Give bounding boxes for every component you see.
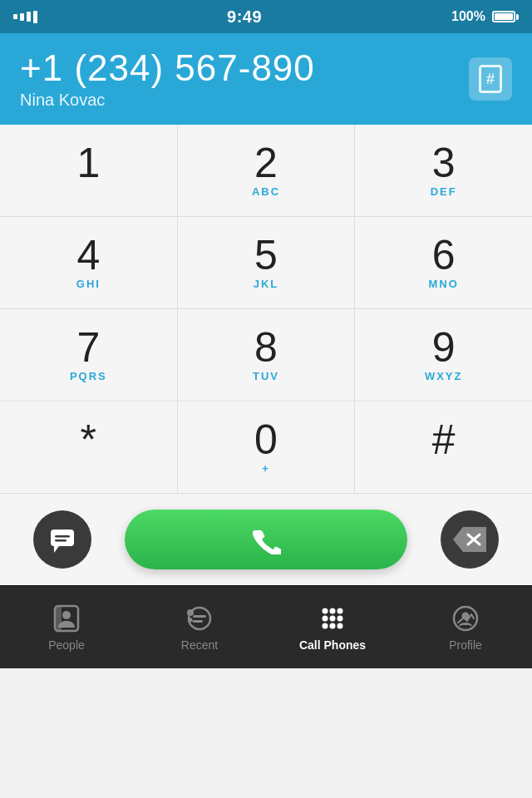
- svg-point-21: [330, 623, 336, 628]
- message-button[interactable]: [33, 510, 91, 569]
- signal-bar-1: [13, 14, 17, 19]
- dial-number-1: 1: [76, 142, 100, 184]
- svg-marker-1: [54, 546, 59, 553]
- svg-point-18: [330, 615, 336, 621]
- svg-rect-9: [55, 606, 62, 631]
- profile-tab-icon: [451, 603, 480, 633]
- dial-key-#[interactable]: #X: [355, 401, 532, 493]
- dial-number-#: #: [432, 419, 456, 461]
- dial-key-*[interactable]: *X: [0, 401, 178, 493]
- dial-key-0[interactable]: 0+: [178, 401, 356, 493]
- tab-people-label: People: [48, 638, 85, 652]
- svg-point-19: [337, 615, 343, 621]
- header: +1 (234) 567-890 Nina Kovac #: [0, 33, 532, 125]
- svg-rect-2: [55, 535, 70, 538]
- battery-indicator: 100%: [451, 9, 519, 24]
- signal-bar-4: [33, 11, 37, 23]
- dial-letters-9: WXYZ: [425, 370, 463, 383]
- call-button[interactable]: [125, 510, 407, 569]
- svg-point-20: [323, 623, 328, 628]
- dial-key-4[interactable]: 4GHI: [0, 217, 178, 308]
- dial-letters-5: JKL: [254, 278, 279, 291]
- phone-number-display: +1 (234) 567-890: [20, 48, 315, 88]
- dial-number-4: 4: [76, 234, 100, 276]
- svg-marker-4: [453, 527, 486, 552]
- svg-rect-0: [51, 530, 74, 546]
- status-time: 9:49: [227, 7, 262, 27]
- signal-bar-3: [27, 12, 31, 22]
- people-tab-icon: [52, 603, 81, 633]
- dial-key-5[interactable]: 5JKL: [178, 217, 356, 308]
- dialpad: 1X2ABC3DEF4GHI5JKL6MNO7PQRS8TUV9WXYZ*X0+…: [0, 125, 532, 494]
- svg-point-13: [187, 609, 194, 616]
- dial-key-1[interactable]: 1X: [0, 125, 178, 216]
- dial-number-3: 3: [432, 142, 456, 184]
- dial-key-7[interactable]: 7PQRS: [0, 309, 178, 401]
- svg-point-8: [62, 611, 71, 619]
- svg-point-22: [337, 623, 343, 628]
- dial-letters-3: DEF: [431, 185, 457, 199]
- tab-bar: People Recent: [0, 585, 532, 668]
- svg-rect-12: [193, 620, 203, 623]
- dial-number-*: *: [81, 419, 96, 461]
- battery-percentage: 100%: [451, 9, 485, 24]
- battery-icon: [492, 11, 519, 22]
- tab-people[interactable]: People: [0, 586, 133, 668]
- dial-key-3[interactable]: 3DEF: [355, 125, 532, 216]
- dial-letters-7: PQRS: [70, 370, 107, 383]
- dialpad-toggle-button[interactable]: #: [469, 57, 512, 101]
- phone-icon: [251, 525, 281, 554]
- tab-callphones-label: Call Phones: [299, 638, 366, 652]
- dial-letters-0: +: [262, 462, 270, 475]
- tab-recent[interactable]: Recent: [133, 586, 266, 668]
- contact-name: Nina Kovac: [20, 91, 315, 110]
- svg-rect-3: [55, 539, 66, 542]
- svg-rect-11: [193, 615, 206, 618]
- dial-number-9: 9: [432, 327, 456, 368]
- delete-icon: [453, 527, 486, 552]
- dial-number-0: 0: [254, 419, 278, 461]
- signal-bar-2: [20, 13, 24, 21]
- delete-button[interactable]: [441, 510, 499, 569]
- dial-key-6[interactable]: 6MNO: [355, 217, 532, 308]
- recent-tab-icon: [185, 603, 214, 633]
- dial-number-8: 8: [254, 327, 278, 368]
- header-info: +1 (234) 567-890 Nina Kovac: [20, 48, 315, 109]
- tab-recent-label: Recent: [181, 638, 218, 652]
- callphones-tab-icon: [318, 603, 347, 633]
- dial-letters-2: ABC: [252, 185, 280, 199]
- hash-icon: #: [486, 71, 495, 88]
- dial-number-7: 7: [76, 327, 100, 368]
- dial-number-2: 2: [254, 142, 278, 184]
- signal-indicator: [13, 11, 37, 23]
- status-bar: 9:49 100%: [0, 0, 532, 33]
- dial-number-6: 6: [432, 234, 456, 276]
- dial-letters-8: TUV: [253, 370, 279, 383]
- dial-key-9[interactable]: 9WXYZ: [355, 309, 532, 401]
- svg-point-17: [323, 615, 328, 621]
- svg-point-16: [337, 608, 343, 613]
- tab-callphones[interactable]: Call Phones: [266, 586, 399, 668]
- dial-letters-6: MNO: [429, 278, 459, 291]
- dial-key-8[interactable]: 8TUV: [178, 309, 356, 401]
- tab-profile-label: Profile: [449, 638, 482, 652]
- message-icon: [47, 525, 77, 554]
- dial-key-2[interactable]: 2ABC: [178, 125, 356, 216]
- dial-letters-4: GHI: [76, 278, 101, 291]
- svg-point-14: [323, 608, 328, 613]
- dialpad-toggle-icon: #: [479, 65, 502, 93]
- tab-profile[interactable]: Profile: [399, 586, 532, 668]
- svg-point-15: [330, 608, 336, 613]
- action-row: [0, 494, 532, 585]
- dial-number-5: 5: [254, 234, 278, 276]
